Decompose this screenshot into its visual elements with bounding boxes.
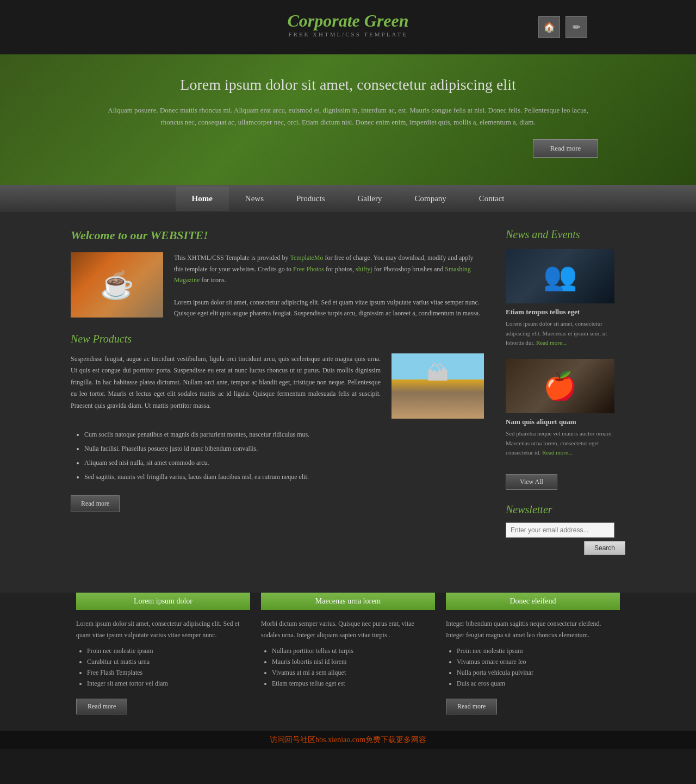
hero-heading: Lorem ipsum dolor sit amet, consectetur … <box>98 76 598 94</box>
nav-bar: Home News Products Gallery Company Conta… <box>0 185 696 212</box>
footer-col-1-item: Integer sit amet tortor vel diam <box>87 680 250 688</box>
intro-image <box>71 252 163 318</box>
footer-col-3-list: Proin nec molestie ipsum Vivamus ornare … <box>446 647 620 688</box>
nav-company[interactable]: Company <box>398 186 462 211</box>
watermark: 访问回号社区bbs.xieniao.com免费下载更多网容 <box>0 731 696 749</box>
news-item-1: Etiam tempus tellus eget Lorem ipsum dol… <box>506 249 625 348</box>
footer-col-2-text: Morbi dictum semper varius. Quisque nec … <box>261 618 435 640</box>
hero-body: Aliquam posuere. Donec mattis rhoncus mi… <box>98 104 598 128</box>
templatemo-link[interactable]: TemplateMo <box>290 254 323 262</box>
products-block: Suspendisse feugiat, augue ac tincidunt … <box>71 353 484 419</box>
footer-col-2-item: Etiam tempus tellus eget est <box>272 680 435 688</box>
nav-news[interactable]: News <box>229 186 280 211</box>
news-item-1-read-more[interactable]: Read more... <box>536 339 567 346</box>
newsletter-title: Newsletter <box>506 503 625 516</box>
products-image <box>391 353 484 419</box>
footer-col-1-text: Lorem ipsum dolor sit amet, consectetur … <box>76 618 250 640</box>
logo-subtitle: FREE XHTML/CSS TEMPLATE <box>0 31 696 38</box>
footer-col-2-item: Nullam porttitor tellus ut turpis <box>272 647 435 655</box>
header-icons: 🏠 ✏ <box>538 16 587 38</box>
news-item-2-title: Nam quis aliquet quam <box>506 418 625 426</box>
nav-gallery[interactable]: Gallery <box>341 186 399 211</box>
footer-col-2-item: Mauris lobortis nisl id lorem <box>272 658 435 666</box>
newsletter-input[interactable] <box>506 522 614 538</box>
news-item-2-text: Sed pharetra neque vel mauris auctor orn… <box>506 429 625 458</box>
sidebar: News and Events Etiam tempus tellus eget… <box>506 228 625 576</box>
bullet-item: Cum sociis natoque penatibus et magnis d… <box>84 430 484 439</box>
content-area: Welcome to our WEBSITE! This XHTML/CSS T… <box>71 228 506 576</box>
main-content: Welcome to our WEBSITE! This XHTML/CSS T… <box>0 212 696 593</box>
nav-home[interactable]: Home <box>176 186 229 211</box>
footer-col-1-header: Lorem ipsum dolor <box>76 593 250 610</box>
footer-col-2-item: Vivamus at mi a sem aliquet <box>272 669 435 677</box>
logo-title: Corporate Green <box>0 11 696 31</box>
news-events-title: News and Events <box>506 228 625 241</box>
footer-columns: Lorem ipsum dolor Lorem ipsum dolor sit … <box>0 593 696 731</box>
footer-col-3-item: Vivamus ornare ornare leo <box>457 658 620 666</box>
bullet-item: Aliquam sed nisi nulla, sit amet commodo… <box>84 458 484 468</box>
bullet-item: Nulla facilisi. Phasellus posuere justo … <box>84 444 484 453</box>
footer-col-3-item: Duis ac eros quam <box>457 680 620 688</box>
hero-read-more-button[interactable]: Read more <box>533 139 598 158</box>
footer-col-3-item: Proin nec molestie ipsum <box>457 647 620 655</box>
footer-col-3-header: Donec eleifend <box>446 593 620 610</box>
welcome-title: Welcome to our WEBSITE! <box>71 228 484 242</box>
news-image-2 <box>506 359 614 413</box>
header: Corporate Green FREE XHTML/CSS TEMPLATE … <box>0 0 696 54</box>
intro-paragraph2: Lorem ipsum dolor sit amet, consectetur … <box>174 297 484 319</box>
home-icon[interactable]: 🏠 <box>538 16 560 38</box>
news-image-1 <box>506 249 614 303</box>
content-read-more-button[interactable]: Read more <box>71 495 120 512</box>
intro-text: This XHTML/CSS Template is provided by T… <box>174 252 484 319</box>
footer-col-3-read-more[interactable]: Read more <box>446 699 497 714</box>
nav-products[interactable]: Products <box>280 186 341 211</box>
hero-banner: Lorem ipsum dolor sit amet, consectetur … <box>0 54 696 185</box>
edit-icon[interactable]: ✏ <box>566 16 587 38</box>
shiftyj-link[interactable]: shiftyj <box>356 265 372 273</box>
footer-col-1-item: Proin nec molestie ipsum <box>87 647 250 655</box>
nav-contact[interactable]: Contact <box>463 186 521 211</box>
footer-col-1-list: Proin nec molestie ipsum Curabitur ut ma… <box>76 647 250 688</box>
footer-col-1-read-more[interactable]: Read more <box>76 699 127 714</box>
newsletter-search-button[interactable]: Search <box>584 541 625 555</box>
footer-col-3-text: Integer bibendum quam sagittis neque con… <box>446 618 620 640</box>
news-item-1-text: Lorem ipsum dolor sit amet, consectetur … <box>506 319 625 348</box>
footer-col-3: Donec eleifend Integer bibendum quam sag… <box>440 593 625 731</box>
footer-col-2-list: Nullam porttitor tellus ut turpis Mauris… <box>261 647 435 688</box>
view-all-button[interactable]: View All <box>506 474 557 490</box>
news-item-2-read-more[interactable]: Read more... <box>542 449 573 456</box>
footer-col-2-header: Maecenas urna lorem <box>261 593 435 610</box>
free-photos-link[interactable]: Free Photos <box>293 265 324 273</box>
footer-col-1: Lorem ipsum dolor Lorem ipsum dolor sit … <box>71 593 256 731</box>
news-item-1-title: Etiam tempus tellus eget <box>506 308 625 316</box>
footer-col-1-item: Free Flash Templates <box>87 669 250 677</box>
footer-col-1-item: Curabitur ut mattis urna <box>87 658 250 666</box>
footer-col-3-item: Nulla porta vehicula pulvinar <box>457 669 620 677</box>
news-item-2: Nam quis aliquet quam Sed pharetra neque… <box>506 359 625 458</box>
new-products-title: New Products <box>71 333 484 345</box>
footer-col-2: Maecenas urna lorem Morbi dictum semper … <box>256 593 440 731</box>
bullet-item: Sed sagittis, mauris vel fringilla variu… <box>84 472 484 482</box>
bullet-list: Cum sociis natoque penatibus et magnis d… <box>71 430 484 482</box>
intro-block: This XHTML/CSS Template is provided by T… <box>71 252 484 319</box>
products-text: Suspendisse feugiat, augue ac tincidunt … <box>71 353 381 419</box>
